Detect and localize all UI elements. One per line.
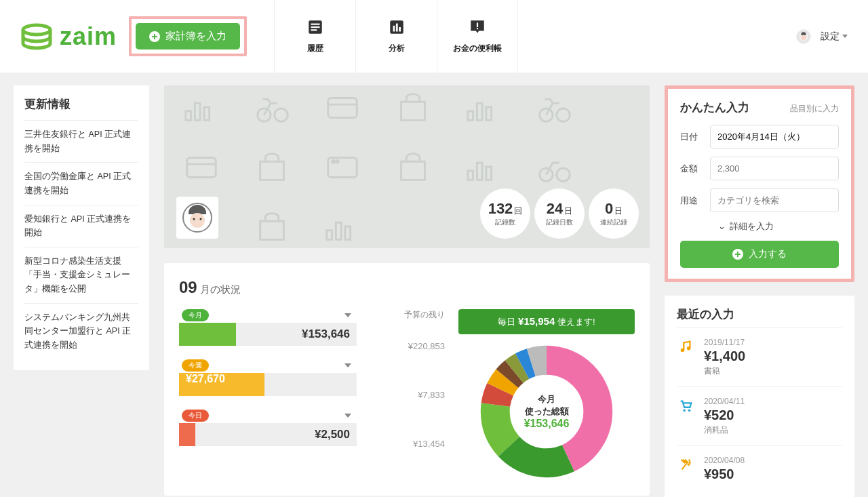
bar-fill bbox=[179, 323, 236, 346]
bar-track[interactable]: ¥153,646 bbox=[179, 323, 357, 346]
budget-column: 予算の残り ¥220,853 ¥7,833 ¥13,454 bbox=[370, 309, 445, 481]
svg-point-41 bbox=[190, 213, 205, 228]
spending-donut-chart[interactable]: 今月 使った総額 ¥153,646 bbox=[479, 344, 614, 479]
entry-amount: ¥1,400 bbox=[704, 349, 745, 364]
svg-point-54 bbox=[681, 349, 685, 353]
svg-rect-8 bbox=[399, 27, 401, 32]
svg-point-28 bbox=[332, 160, 335, 163]
svg-rect-30 bbox=[468, 171, 473, 180]
submit-button[interactable]: 入力する bbox=[680, 241, 839, 268]
svg-rect-4 bbox=[311, 29, 317, 31]
bar-dropdown-icon[interactable] bbox=[344, 313, 351, 317]
money-guide-icon bbox=[469, 18, 486, 36]
daily-budget-banner: 毎日 ¥15,954 使えます! bbox=[458, 309, 635, 334]
date-label: 日付 bbox=[680, 131, 702, 143]
news-title: 更新情報 bbox=[24, 96, 138, 112]
amount-label: 金額 bbox=[680, 163, 702, 175]
svg-rect-10 bbox=[477, 28, 478, 29]
svg-rect-2 bbox=[311, 24, 319, 25]
recent-title: 最近の入力 bbox=[677, 306, 842, 322]
bar-fill: ¥27,670 bbox=[179, 373, 264, 396]
bar-track[interactable]: ¥27,670 bbox=[179, 373, 357, 396]
svg-rect-38 bbox=[336, 222, 341, 239]
svg-point-34 bbox=[557, 168, 570, 181]
hero-stats: 132回 記録数 24日 記録日数 0日 連続記録 bbox=[480, 188, 639, 239]
svg-point-0 bbox=[23, 25, 50, 35]
nav-analysis[interactable]: 分析 bbox=[355, 0, 437, 73]
donut-column: 毎日 ¥15,954 使えます! 今月 使った総額 ¥153,646 bbox=[458, 309, 635, 481]
chevron-down-icon: ⌄ bbox=[718, 221, 726, 231]
nav-tabs: 履歴 分析 お金の便利帳 bbox=[274, 0, 518, 73]
purpose-input[interactable] bbox=[710, 188, 839, 212]
svg-rect-22 bbox=[486, 107, 492, 120]
input-budget-button[interactable]: 家計簿を入力 bbox=[136, 23, 240, 49]
entry-date: 2020/04/08 bbox=[704, 456, 745, 465]
month-title: 09月の状況 bbox=[179, 278, 635, 297]
detail-toggle[interactable]: ⌄詳細を入力 bbox=[680, 220, 839, 233]
news-sidebar: 更新情報 三井住友銀行と API 正式連携を開始 全国の労働金庫と API 正式… bbox=[14, 85, 149, 370]
settings-dropdown[interactable]: 設定 bbox=[821, 31, 848, 43]
plus-circle-icon bbox=[732, 249, 743, 260]
recent-entries-card: 最近の入力 2019/11/17 ¥1,400 書籍 2020/04/11 ¥5… bbox=[665, 296, 854, 497]
period-bar-row: 今月 ¥153,646 bbox=[179, 309, 357, 346]
profile-avatar[interactable] bbox=[176, 197, 218, 239]
nav-history[interactable]: 履歴 bbox=[274, 0, 355, 73]
logo-icon bbox=[20, 22, 53, 52]
recent-item[interactable]: 2020/04/11 ¥520 消耗品 bbox=[677, 386, 842, 445]
svg-rect-20 bbox=[468, 111, 473, 121]
input-budget-highlight: 家計簿を入力 bbox=[129, 16, 247, 56]
svg-rect-3 bbox=[311, 26, 319, 28]
period-bar-row: 今週 ¥27,670 bbox=[179, 359, 357, 396]
svg-point-29 bbox=[336, 160, 338, 163]
svg-rect-25 bbox=[187, 157, 216, 177]
date-input[interactable] bbox=[710, 125, 839, 148]
entry-date: 2019/11/17 bbox=[704, 338, 745, 347]
history-icon bbox=[307, 18, 324, 36]
nav-money-guide[interactable]: お金の便利帳 bbox=[437, 0, 518, 73]
logo[interactable]: zaim bbox=[20, 22, 117, 52]
entry-amount: ¥950 bbox=[704, 466, 745, 482]
header-right: 設定 bbox=[796, 29, 848, 44]
stat-records: 132回 記録数 bbox=[480, 188, 530, 239]
period-bar-row: 今日 ¥2,500 bbox=[179, 410, 357, 446]
bar-value: ¥153,646 bbox=[302, 327, 350, 341]
news-item[interactable]: 愛知銀行と API 正式連携を開始 bbox=[24, 205, 138, 247]
month-status-card: 09月の状況 今月 ¥153,646 今週 ¥27,670 今日 ¥2,500 … bbox=[164, 263, 650, 496]
svg-point-17 bbox=[275, 108, 288, 121]
by-item-link[interactable]: 品目別に入力 bbox=[790, 103, 839, 115]
svg-rect-18 bbox=[328, 98, 357, 117]
recent-item[interactable]: 2019/11/17 ¥1,400 書籍 bbox=[677, 327, 842, 386]
svg-rect-15 bbox=[204, 107, 210, 120]
logo-text: zaim bbox=[60, 22, 117, 51]
category-icon bbox=[677, 338, 694, 377]
bar-dropdown-icon[interactable] bbox=[344, 414, 351, 418]
bar-fill bbox=[179, 423, 195, 446]
svg-rect-32 bbox=[486, 167, 492, 180]
recent-item[interactable]: 2020/04/08 ¥950 bbox=[677, 445, 842, 493]
svg-point-42 bbox=[193, 218, 195, 220]
period-tag: 今日 bbox=[182, 410, 209, 422]
period-tag: 今週 bbox=[182, 359, 209, 372]
bar-track[interactable]: ¥2,500 bbox=[179, 423, 357, 446]
news-item[interactable]: システムバンキング九州共同センター加盟行と API 正式連携を開始 bbox=[24, 303, 138, 359]
quick-input-card: かんたん入力 品目別に入力 日付 金額 用途 ⌄詳細を入力 入力する bbox=[665, 85, 854, 282]
amount-input[interactable] bbox=[710, 157, 839, 180]
svg-rect-14 bbox=[195, 103, 200, 120]
bar-dropdown-icon[interactable] bbox=[344, 363, 351, 367]
nav-money-guide-label: お金の便利帳 bbox=[453, 43, 502, 54]
svg-point-12 bbox=[801, 35, 806, 40]
news-item[interactable]: 新型コロナ感染生活支援「手当・支援金シミュレータ」機能を公開 bbox=[24, 247, 138, 303]
avatar-icon[interactable] bbox=[796, 29, 811, 44]
news-item[interactable]: 全国の労働金庫と API 正式連携を開始 bbox=[24, 162, 138, 204]
svg-rect-37 bbox=[327, 231, 332, 240]
input-budget-label: 家計簿を入力 bbox=[165, 30, 226, 43]
chevron-down-icon bbox=[842, 35, 848, 38]
svg-point-56 bbox=[683, 410, 686, 412]
analysis-icon bbox=[388, 18, 406, 36]
donut-center-label: 今月 使った総額 ¥153,646 bbox=[479, 344, 614, 479]
svg-rect-9 bbox=[477, 23, 478, 28]
stat-days: 24日 記録日数 bbox=[534, 188, 585, 239]
news-item[interactable]: 三井住友銀行と API 正式連携を開始 bbox=[24, 120, 138, 162]
entry-amount: ¥520 bbox=[704, 407, 745, 423]
svg-point-57 bbox=[688, 410, 691, 412]
